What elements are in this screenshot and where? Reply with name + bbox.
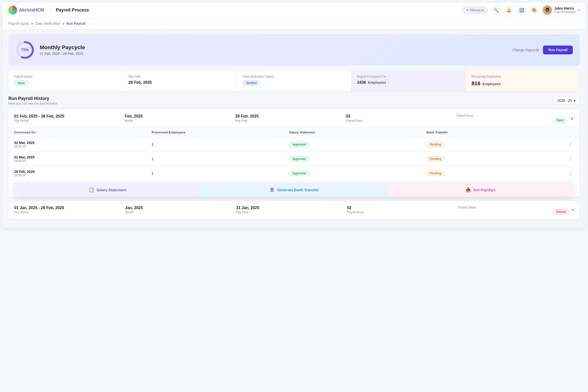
stat-data-verification: Data Verification Status Verified: [237, 70, 351, 91]
table-row: 02 Mar, 2025 16:56:15 1 Approved Pending…: [8, 137, 580, 152]
language-button[interactable]: 🔤: [517, 6, 526, 14]
remaining-unit: Employees: [483, 82, 501, 86]
logo-icon: [8, 6, 17, 14]
salary-status-badge: Approved: [289, 171, 309, 176]
user-role: Payroll Manager: [554, 10, 576, 14]
history-header: Run Payroll History Here you can see the…: [8, 96, 580, 105]
stat-processed: Payroll Processed For 2436 Employees: [351, 70, 466, 91]
donut-chart: 75%: [15, 40, 35, 60]
palette-icon: 🎨: [532, 8, 537, 12]
chevron-down-icon: ▾: [578, 8, 580, 12]
batch-runs-jan: 02: [347, 206, 458, 210]
status-badge: Open: [14, 80, 28, 86]
batch-card-feb: 01 Feb, 2025 - 28 Feb, 2025 Pay Period F…: [8, 109, 580, 197]
generate-bank-transfer-button[interactable]: 🏦 Generate Bank Transfer: [201, 183, 387, 197]
batch-collapse-button[interactable]: ▾: [572, 208, 574, 212]
col-bank-transfer: Bank Transfer: [426, 130, 564, 134]
year-label: 2025 - 25: [557, 99, 572, 102]
bank-icon: 🏦: [269, 187, 275, 192]
paycycle-dates: 01 Feb, 2025 - 28 Feb, 2025: [40, 52, 507, 56]
table-row: 01 Mar, 2025 16:56:15 1 Approved Pending…: [8, 152, 580, 166]
bank-status-badge: Pending: [426, 142, 444, 147]
dhruva-ai-button[interactable]: ✦ Dhruva AI: [462, 6, 488, 14]
batch-period-jan: 01 Jan, 2025 - 28 Feb, 2025: [14, 206, 125, 210]
theme-button[interactable]: 🎨: [530, 6, 539, 14]
batch-month: Feb, 2025: [125, 114, 235, 118]
salary-status-badge: Approved: [289, 142, 309, 147]
breadcrumb-arrow-2: »: [62, 21, 65, 26]
batch-header-jan: 01 Jan, 2025 - 28 Feb, 2025 Pay Period J…: [8, 201, 580, 219]
payslip-icon: 📥: [465, 187, 471, 192]
year-select[interactable]: 2025 - 25 ▾: [553, 96, 580, 105]
col-processed-on: Processed On: [14, 130, 152, 134]
remaining-count: 816: [471, 80, 480, 86]
batch-period: 01 Feb, 2025 - 28 Feb, 2025: [14, 114, 125, 118]
verification-badge: Verified: [243, 80, 260, 86]
paycycle-title: Monthly Paycycle: [40, 44, 507, 51]
logo-text: AkriviaHCM: [19, 8, 44, 13]
salary-statement-button[interactable]: 📋 Salary Statement: [14, 183, 201, 197]
avatar: 👨🏾: [543, 6, 552, 15]
col-salary-statement: Salary Statement: [289, 130, 426, 134]
paycycle-card: 75% Monthly Paycycle 01 Feb, 2025 - 28 F…: [8, 34, 580, 66]
batch-expand-button[interactable]: ▲: [570, 116, 574, 120]
pay-date-value: 28 Feb, 2025: [129, 80, 231, 85]
batch-card-jan: 01 Jan, 2025 - 28 Feb, 2025 Pay Period J…: [8, 201, 580, 219]
notification-button[interactable]: 🔔: [504, 6, 513, 14]
stat-remaining: Remaining Employees 816 Employees: [465, 70, 580, 91]
header-divider: [50, 7, 50, 13]
app-logo: AkriviaHCM: [8, 6, 44, 14]
processed-unit: Employees: [368, 80, 386, 84]
batch-runs: 03: [346, 114, 456, 118]
batch-paydate: 28 Feb, 2025: [235, 114, 346, 118]
bank-status-badge: Pending: [426, 171, 444, 176]
more-options-button[interactable]: ⋮: [567, 142, 574, 147]
app-header: AkriviaHCM Payroll Process ✦ Dhruva AI 🔍…: [3, 2, 585, 18]
batch-month-jan: Jan, 2025: [125, 206, 236, 210]
stat-payroll-status: Payroll Status Open: [8, 70, 123, 91]
batch-status-badge-jan: Closed: [553, 209, 569, 214]
salary-status-badge: Approved: [289, 156, 309, 162]
get-payslips-button[interactable]: 📥 Get Payslips: [387, 183, 574, 197]
stat-pay-date: Pay Date 28 Feb, 2025: [123, 70, 237, 91]
breadcrumb-payroll-inputs[interactable]: Payroll Inputs: [8, 22, 29, 26]
breadcrumb-arrow-1: »: [31, 21, 33, 26]
run-payroll-button[interactable]: Run Payroll: [543, 46, 573, 54]
bank-status-badge: Pending: [426, 156, 444, 162]
col-processed-employees: Processed Employees: [152, 130, 289, 134]
batch-paydate-jan: 31 Jan, 2025: [236, 206, 347, 210]
dhruva-star-icon: ✦: [466, 8, 469, 12]
donut-percent: 75%: [21, 48, 29, 52]
table-header: Processed On Processed Employees Salary …: [8, 128, 580, 137]
user-profile[interactable]: 👨🏾 Jalen Harris Payroll Manager ▾: [543, 6, 580, 15]
batch-status-badge: Open: [553, 118, 567, 123]
stats-row: Payroll Status Open Pay Date 28 Feb, 202…: [8, 70, 580, 91]
breadcrumb-data-verification[interactable]: Data Verification: [35, 22, 60, 26]
search-icon: 🔍: [494, 8, 498, 12]
history-title: Run Payroll History: [8, 96, 553, 101]
bell-icon: 🔔: [506, 8, 511, 12]
context-menu: 📋 Salary Statement 🏦 Generate Bank Trans…: [14, 183, 574, 197]
main-content: 75% Monthly Paycycle 01 Feb, 2025 - 28 F…: [3, 30, 585, 228]
user-name: Jalen Harris: [554, 6, 576, 10]
page-title: Payroll Process: [56, 8, 89, 13]
salary-icon: 📋: [89, 187, 94, 192]
more-options-button[interactable]: ⋮: [567, 156, 574, 162]
translate-icon: 🔤: [519, 8, 524, 12]
table-row: 28 Feb, 2025 16:56:15 1 Approved Pending…: [8, 166, 580, 181]
breadcrumb-run-payroll[interactable]: Run Payroll: [66, 22, 86, 26]
search-button[interactable]: 🔍: [492, 6, 500, 14]
batch-header-feb: 01 Feb, 2025 - 28 Feb, 2025 Pay Period F…: [8, 109, 580, 128]
more-options-button[interactable]: ⋮: [567, 171, 574, 176]
chevron-down-icon: ▾: [574, 99, 575, 102]
history-subtitle: Here you can see the payroll batch: [8, 102, 553, 105]
processed-count: 2436: [357, 80, 366, 84]
breadcrumb: Payroll Inputs » Data Verification » Run…: [3, 18, 585, 30]
change-paycycle-button[interactable]: Change Paycycle: [512, 48, 539, 52]
